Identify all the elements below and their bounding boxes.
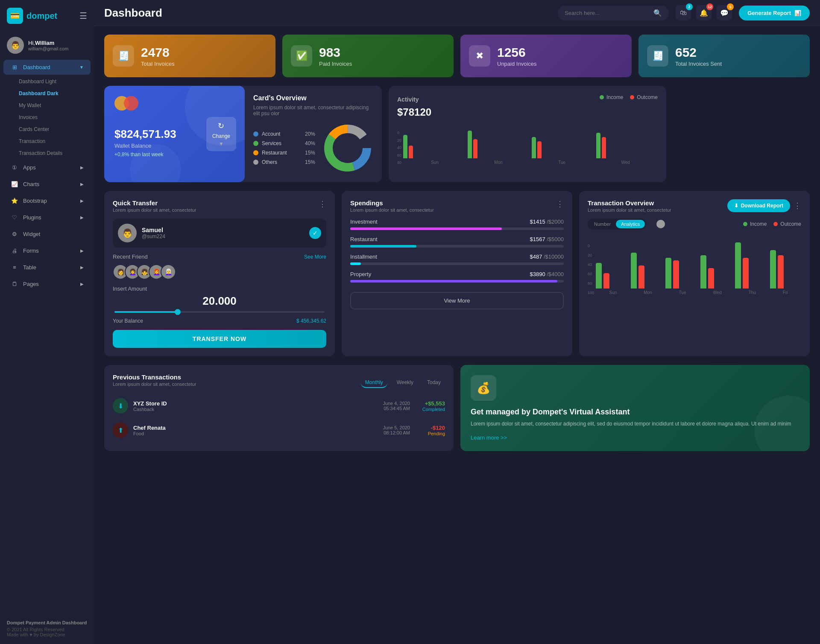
sidebar-item-dashboard[interactable]: ⊞ Dashboard ▼ [3,60,91,75]
search-input[interactable] [565,10,650,16]
plugins-label: Plugins [23,214,76,221]
txn-outcome-dot [773,222,778,226]
change-btn-label: Change [212,133,230,139]
learn-more-link[interactable]: Learn more >> [471,434,800,441]
change-button[interactable]: ↻ Change ▼ [206,117,236,151]
bell-button[interactable]: 🔔 12 [696,5,712,20]
va-desc: Lorem ipsum dolor sit amet, consectetur … [471,420,800,428]
activity-header: Activity Income Outcome [397,94,658,105]
txn-income-legend: Income [743,221,767,227]
plugins-arrow-icon: ▶ [80,215,84,220]
charts-label: Charts [23,181,76,187]
charts-icon: 📈 [10,181,19,187]
outcome-legend-dot [630,95,634,99]
sidebar-item-bootstrap[interactable]: ⭐ Bootstrap ▶ [3,193,91,208]
txn-status-1: Completed [415,407,445,412]
activity-title: Activity [397,96,419,103]
sidebar-item-charts[interactable]: 📈 Charts ▶ [3,177,91,192]
legend-restaurant-dot [253,150,258,155]
sidebar-item-apps[interactable]: ① Apps ▶ [3,160,91,175]
dashboard-icon: ⊞ [10,64,19,70]
transfer-user-check-icon: ✓ [309,227,321,239]
dashboard-label: Dashboard [23,64,75,70]
sidebar-item-pages[interactable]: 🗒 Pages ▶ [3,277,91,291]
stat-card-total-invoices: 🧾 2478 Total Invoices [104,35,275,77]
total-invoices-number: 2478 [141,45,175,60]
amount-slider[interactable] [113,311,326,313]
user-greeting: Hi,William [28,40,68,46]
bar-group-sun [403,135,465,158]
sidebar-logo-area: 💳 dompet ☰ [0,0,94,32]
txn-outcome-legend: Outcome [773,221,801,227]
avatar: 👨 [7,37,24,54]
submenu-cards-center[interactable]: Cards Center [14,123,94,135]
submenu-dashboard-light[interactable]: Dashboard Light [14,76,94,87]
txn-name-2: Chef Renata [133,425,166,431]
va-title: Get managed by Dompet's Virtual Assistan… [471,408,800,417]
toggle-number[interactable]: Number [589,220,616,228]
big-bar-mon [631,253,662,288]
chat-badge: 5 [727,3,734,10]
slider-track [114,311,325,313]
activity-bar-chart [403,124,658,158]
big-bar-wed [700,255,732,288]
wallet-change: +0,8% than last week [114,152,234,157]
quick-transfer-card: Quick Transfer Lorem ipsum dolor sit ame… [104,191,335,356]
txn-overview-menu-icon[interactable]: ⋮ [794,201,801,210]
view-more-button[interactable]: View More [350,292,564,309]
tab-weekly[interactable]: Weekly [392,378,418,388]
sidebar-item-forms[interactable]: 🖨 Forms ▶ [3,243,91,258]
generate-report-button[interactable]: Generate Report 📊 [739,6,810,20]
chip-mastercard-right [124,96,138,111]
see-more-link[interactable]: See More [304,254,326,260]
cards-overview-desc: Lorem ipsum dolor sit amet, consectetur … [253,105,373,117]
footer-made: Made with ♥ by DesignZone [7,632,87,637]
txn-type-2: Food [133,431,166,436]
prev-txn-title: Previous Transactions [113,373,196,381]
spend-installment: Installment $487 /$10000 [350,254,564,265]
txn-date-2: June 5, 2020 08:12:00 AM [383,425,410,435]
transaction-overview-card: Transaction Overview Lorem ipsum dolor s… [579,191,810,356]
bar-mon-outcome [473,139,477,158]
recent-friends-label: Recent Friend [113,254,148,260]
friend-avatar-5[interactable]: 👩‍🦳 [161,264,176,280]
search-bar: 🔍 [558,6,669,20]
unpaid-invoices-number: 1256 [497,45,537,60]
sidebar-item-widget[interactable]: ⚙ Widget [3,227,91,242]
hamburger-menu-icon[interactable]: ☰ [79,11,87,21]
txn-ico-2: ⬆ [113,423,128,438]
spendings-menu-icon[interactable]: ⋮ [556,199,564,209]
txn-amount-2: -$120 [415,425,445,431]
activity-chart-area: 80 60 40 20 0 [397,124,658,165]
spend-bar-restaurant [350,245,416,248]
txn-toggle: Number Analytics [588,219,646,230]
submenu-invoices[interactable]: Invoices [14,111,94,123]
download-report-button[interactable]: ⬇ Download Report [727,199,790,212]
sidebar-item-table[interactable]: ≡ Table ▶ [3,260,91,275]
tab-monthly[interactable]: Monthly [361,378,387,388]
quick-transfer-menu-icon[interactable]: ⋮ [319,199,326,209]
wallet-co-column: $824,571.93 Wallet Balance +0,8% than la… [104,86,382,182]
txn-item-2: ⬆ Chef Renata Food June 5, 2020 08:12:00… [113,418,445,443]
submenu-dashboard-dark[interactable]: Dashboard Dark [14,87,94,99]
stat-card-unpaid-invoices: ✖ 1256 Unpaid Invoices [460,35,632,77]
submenu-transaction-details[interactable]: Transaction Details [14,147,94,159]
txn-overview-title: Transaction Overview [588,199,671,207]
prev-txn-tabs: Monthly Weekly Today [361,378,445,388]
transfer-user-avatar: 👨 [118,224,137,242]
balance-row: Your Balance $ 456,345.62 [113,318,326,324]
submenu-my-wallet[interactable]: My Wallet [14,99,94,111]
footer-copy: © 2021 All Rights Reserved [7,627,87,632]
sidebar-item-plugins[interactable]: ♡ Plugins ▶ [3,210,91,225]
virtual-assistant-card: 💰 Get managed by Dompet's Virtual Assist… [460,365,810,451]
bag-button[interactable]: 🛍 2 [676,5,691,20]
sent-invoices-icon: 🧾 [647,45,668,67]
transfer-now-button[interactable]: TRANSFER NOW [113,330,326,348]
submenu-transaction[interactable]: Transaction [14,135,94,147]
toggle-analytics[interactable]: Analytics [616,220,645,228]
bag-badge: 2 [686,3,693,10]
txn-status-2: Pending [415,431,445,436]
unpaid-invoices-label: Unpaid Invoices [497,61,537,67]
chat-button[interactable]: 💬 5 [717,5,732,20]
tab-today[interactable]: Today [423,378,445,388]
